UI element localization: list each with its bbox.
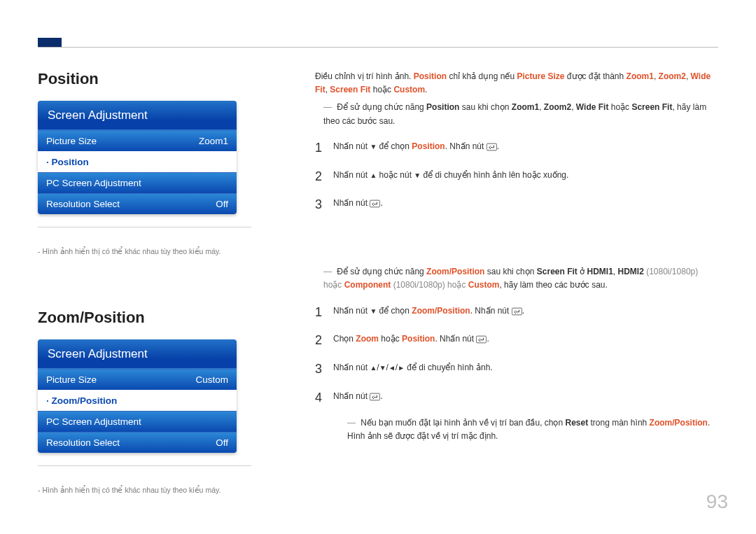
enter-icon (512, 306, 522, 319)
osd-item-resolution-select[interactable]: Resolution Select Off (38, 432, 237, 453)
kw-custom: Custom (468, 280, 500, 290)
down-icon: ▼ (370, 307, 377, 315)
step-body: Chọn Zoom hoặc Position. Nhấn nút . (333, 330, 489, 346)
dash-paragraph-2: Để sử dụng chức năng Zoom/Position sau k… (323, 265, 718, 292)
header-accent (38, 38, 62, 48)
step-number: 3 (315, 359, 333, 379)
text: Nhấn nút (333, 391, 370, 401)
svg-rect-2 (512, 308, 522, 315)
divider (38, 465, 251, 466)
kw-zoom1: Zoom1 (626, 71, 654, 81)
osd-item-value: Zoom1 (199, 131, 228, 151)
osd-item-label: · Zoom/Position (46, 391, 117, 411)
step-number: 2 (315, 330, 333, 351)
text: trong màn hình (588, 418, 649, 428)
kw-hdmi1: HDMI1 (587, 267, 612, 276)
osd-title: Screen Adjustment (38, 101, 237, 130)
osd-item-position[interactable]: · Position (38, 151, 237, 172)
kw-position: Position (412, 141, 444, 151)
kw-custom: Custom (393, 85, 425, 94)
step-3: 3 Nhấn nút . (315, 195, 718, 215)
osd-title: Screen Adjustment (38, 339, 237, 369)
text: . (425, 85, 427, 94)
kw-screenfit: Screen Fit (631, 102, 672, 112)
steps-1: 1 Nhấn nút ▼ để chọn Position. Nhấn nút … (315, 138, 718, 215)
kw-screenfit: Screen Fit (537, 267, 578, 276)
text: Chọn (333, 334, 356, 344)
osd-item-label: Picture Size (46, 370, 97, 390)
dash-paragraph: Để sử dụng chức năng Position sau khi ch… (323, 101, 718, 127)
kw-widefit: Wide Fit (576, 102, 609, 112)
osd-caption-2: - Hình ảnh hiển thị có thể khác nhau tùy… (38, 486, 251, 494)
text: , hãy làm theo các bước sau. (499, 280, 607, 290)
section2-text: Để sử dụng chức năng Zoom/Position sau k… (315, 265, 718, 443)
kw-zoom-position: Zoom/Position (412, 306, 470, 316)
text: hoặc (379, 334, 402, 344)
osd-item-pc-screen-adjustment[interactable]: PC Screen Adjustment (38, 411, 237, 432)
divider (38, 227, 251, 227)
osd-item-pc-screen-adjustment[interactable]: PC Screen Adjustment (38, 172, 237, 193)
step-body: Nhấn nút ▼ để chọn Position. Nhấn nút . (333, 138, 499, 153)
header-line (38, 47, 718, 48)
text: , (571, 102, 576, 112)
kw-zoom2: Zoom2 (659, 71, 686, 81)
kw-position: Position (426, 102, 459, 112)
svg-rect-1 (370, 200, 380, 207)
text: Nếu bạn muốn đặt lại hình ảnh về vị trí … (360, 418, 565, 428)
step-number: 1 (315, 138, 333, 158)
text: ở (578, 267, 587, 276)
kw-zoom: Zoom (356, 334, 379, 344)
text: Nhấn nút (333, 363, 370, 372)
osd-item-label: PC Screen Adjustment (46, 412, 141, 432)
text: để chọn (377, 306, 412, 316)
text: . (708, 418, 710, 428)
text: . (497, 141, 499, 151)
text: hoặc (370, 85, 393, 94)
intro-paragraph: Điều chỉnh vị trí hình ảnh. Position chỉ… (315, 70, 718, 97)
kw-position: Position (414, 71, 447, 81)
text: . Nhấn nút (470, 306, 512, 316)
osd-item-resolution-select[interactable]: Resolution Select Off (38, 193, 237, 214)
osd-item-label: · Position (46, 152, 89, 172)
text: để di chuyển hình ảnh lên hoặc xuống. (421, 170, 568, 180)
enter-icon (476, 334, 486, 347)
steps-2: 1 Nhấn nút ▼ để chọn Zoom/Position. Nhấn… (315, 302, 718, 408)
text: hoặc nút (377, 170, 414, 180)
text: , (539, 102, 544, 112)
osd-item-label: Resolution Select (46, 194, 120, 214)
step-body: Nhấn nút ▲ hoặc nút ▼ để di chuyển hình … (333, 167, 568, 182)
osd-caption-1: - Hình ảnh hiển thị có thể khác nhau tùy… (38, 247, 251, 255)
text: chỉ khả dụng nếu (447, 71, 517, 81)
enter-icon (486, 141, 497, 155)
osd-item-label: PC Screen Adjustment (46, 173, 141, 193)
osd-item-zoom-position[interactable]: · Zoom/Position (38, 390, 237, 411)
kw-picture-size: Picture Size (517, 71, 564, 81)
svg-rect-0 (486, 143, 496, 150)
text: . (380, 198, 382, 208)
text: (1080i/1080p) hoặc (391, 280, 468, 290)
osd-menu-1: Screen Adjustment Picture Size Zoom1 · P… (38, 101, 237, 214)
osd-item-label: Picture Size (46, 131, 97, 151)
right-column: Điều chỉnh vị trí hình ảnh. Position chỉ… (315, 70, 718, 447)
left-icon: ◄ (388, 364, 396, 372)
tail-dash: Nếu bạn muốn đặt lại hình ảnh về vị trí … (323, 416, 718, 443)
svg-rect-4 (370, 393, 380, 400)
step-1: 1 Nhấn nút ▼ để chọn Position. Nhấn nút … (315, 138, 718, 158)
step-body: Nhấn nút ▲/▼/◄/► để di chuyển hình ảnh. (333, 359, 493, 374)
osd-item-picture-size[interactable]: Picture Size Zoom1 (38, 130, 237, 151)
step-body: Nhấn nút ▼ để chọn Zoom/Position. Nhấn n… (333, 302, 524, 318)
kw-reset: Reset (565, 418, 588, 428)
text: . Nhấn nút (435, 334, 476, 344)
text: được đặt thành (565, 71, 626, 81)
section-title-zoom-position: Zoom/Position (38, 309, 251, 327)
kw-zoom1: Zoom1 (512, 102, 539, 112)
kw-position: Position (402, 334, 435, 344)
svg-rect-3 (477, 336, 486, 343)
osd-item-picture-size[interactable]: Picture Size Custom (38, 369, 237, 390)
step-2: 2 Chọn Zoom hoặc Position. Nhấn nút . (315, 330, 718, 351)
kw-component: Component (344, 280, 391, 290)
osd-menu-2: Screen Adjustment Picture Size Custom · … (38, 339, 237, 453)
text: Để sử dụng chức năng (337, 102, 426, 112)
step-number: 1 (315, 302, 333, 323)
kw-screenfit: Screen Fit (330, 85, 370, 94)
